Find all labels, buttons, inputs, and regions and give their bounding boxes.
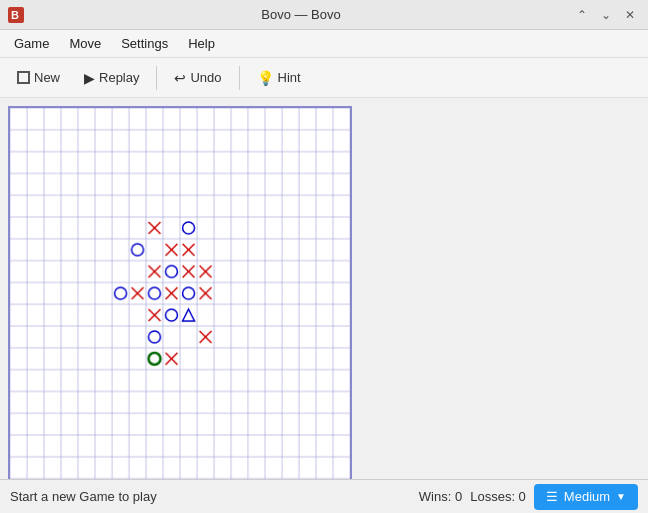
wins-label: Wins: 0	[419, 489, 462, 504]
toolbar-separator-2	[239, 66, 240, 90]
main-area	[0, 98, 648, 479]
undo-button[interactable]: ↩ Undo	[163, 65, 232, 91]
undo-icon: ↩	[174, 70, 186, 86]
hint-label: Hint	[278, 70, 301, 85]
close-button[interactable]: ✕	[620, 5, 640, 25]
titlebar: B Bovo — Bovo ⌃ ⌄ ✕	[0, 0, 648, 30]
game-board[interactable]	[8, 106, 352, 479]
difficulty-bar-icon: ☰	[546, 489, 558, 504]
replay-label: Replay	[99, 70, 139, 85]
menu-game[interactable]: Game	[4, 34, 59, 53]
status-text: Start a new Game to play	[10, 489, 157, 504]
window-title: Bovo — Bovo	[30, 7, 572, 22]
chevron-down-icon: ▼	[616, 491, 626, 502]
losses-label: Losses: 0	[470, 489, 526, 504]
minimize-button[interactable]: ⌃	[572, 5, 592, 25]
new-button[interactable]: New	[6, 65, 71, 90]
status-right: Wins: 0 Losses: 0 ☰ Medium ▼	[419, 484, 638, 510]
toolbar-separator	[156, 66, 157, 90]
menu-help[interactable]: Help	[178, 34, 225, 53]
window-controls: ⌃ ⌄ ✕	[572, 5, 640, 25]
undo-label: Undo	[190, 70, 221, 85]
difficulty-label: Medium	[564, 489, 610, 504]
hint-icon: 💡	[257, 70, 274, 86]
new-icon	[17, 71, 30, 84]
replay-button[interactable]: ▶ Replay	[73, 65, 150, 91]
toolbar: New ▶ Replay ↩ Undo 💡 Hint	[0, 58, 648, 98]
bovo-icon: B	[8, 7, 24, 23]
maximize-button[interactable]: ⌄	[596, 5, 616, 25]
menubar: Game Move Settings Help	[0, 30, 648, 58]
replay-icon: ▶	[84, 70, 95, 86]
menu-move[interactable]: Move	[59, 34, 111, 53]
new-label: New	[34, 70, 60, 85]
hint-button[interactable]: 💡 Hint	[246, 65, 312, 91]
menu-settings[interactable]: Settings	[111, 34, 178, 53]
statusbar: Start a new Game to play Wins: 0 Losses:…	[0, 479, 648, 513]
board-canvas[interactable]	[10, 108, 350, 479]
difficulty-button[interactable]: ☰ Medium ▼	[534, 484, 638, 510]
svg-text:B: B	[11, 9, 19, 21]
